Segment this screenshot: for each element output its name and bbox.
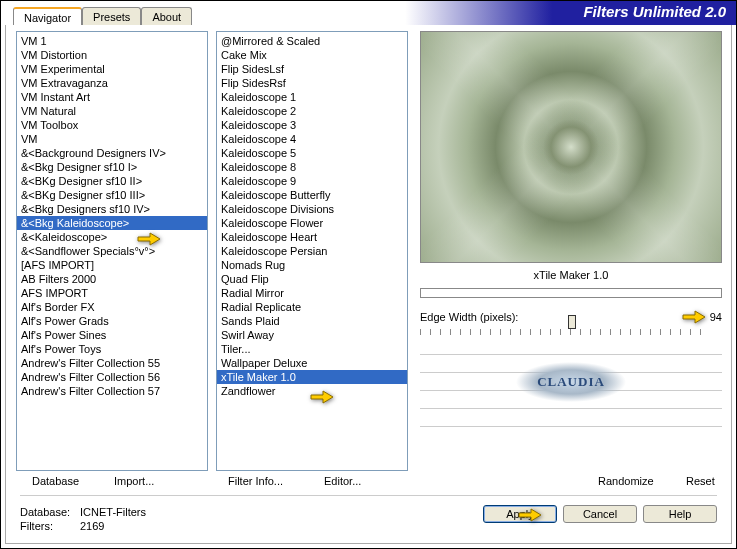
pointer-icon xyxy=(309,387,335,407)
slider-thumb[interactable] xyxy=(568,315,576,329)
list-item[interactable]: Flip SidesLsf xyxy=(217,62,407,76)
app-title: Filters Unlimited 2.0 xyxy=(583,3,726,20)
tab-presets[interactable]: Presets xyxy=(82,7,141,27)
randomize-button[interactable]: Randomize xyxy=(598,475,654,487)
reset-button[interactable]: Reset xyxy=(686,475,715,487)
list-item[interactable]: Cake Mix xyxy=(217,48,407,62)
list-item[interactable]: [AFS IMPORT] xyxy=(17,258,207,272)
category-list[interactable]: VM 1VM DistortionVM ExperimentalVM Extra… xyxy=(16,31,208,471)
list-item[interactable]: xTile Maker 1.0 xyxy=(217,370,407,384)
list-item[interactable]: VM Extravaganza xyxy=(17,76,207,90)
cancel-button[interactable]: Cancel xyxy=(563,505,637,523)
list-item[interactable]: AFS IMPORT xyxy=(17,286,207,300)
list-item[interactable]: Sands Plaid xyxy=(217,314,407,328)
help-button[interactable]: Help xyxy=(643,505,717,523)
slider-track[interactable] xyxy=(420,315,710,331)
list-item[interactable]: Kaleidoscope Butterfly xyxy=(217,188,407,202)
tab-navigator[interactable]: Navigator xyxy=(13,7,82,27)
list-item[interactable]: Wallpaper Deluxe xyxy=(217,356,407,370)
list-item[interactable]: Kaleidoscope 5 xyxy=(217,146,407,160)
list-item[interactable]: &<Bkg Designer sf10 I> xyxy=(17,160,207,174)
list-item[interactable]: VM xyxy=(17,132,207,146)
list-item[interactable]: &<Bkg Designers sf10 IV> xyxy=(17,202,207,216)
list-item[interactable]: Kaleidoscope Heart xyxy=(217,230,407,244)
list-item[interactable]: &<Kaleidoscope> xyxy=(17,230,207,244)
editor-button[interactable]: Editor... xyxy=(324,475,361,487)
list-item[interactable]: Kaleidoscope 2 xyxy=(217,104,407,118)
list-item[interactable]: &<Background Designers IV> xyxy=(17,146,207,160)
list-item[interactable]: Swirl Away xyxy=(217,328,407,342)
progress-bar xyxy=(420,288,722,298)
list-item[interactable]: Tiler... xyxy=(217,342,407,356)
list-item[interactable]: Alf's Power Grads xyxy=(17,314,207,328)
list-item[interactable]: @Mirrored & Scaled xyxy=(217,34,407,48)
body-area: VM 1VM DistortionVM ExperimentalVM Extra… xyxy=(5,25,732,544)
list-item[interactable]: Kaleidoscope Flower xyxy=(217,216,407,230)
list-item[interactable]: Kaleidoscope 4 xyxy=(217,132,407,146)
list-item[interactable]: &<Bkg Kaleidoscope> xyxy=(17,216,207,230)
filter-info-button[interactable]: Filter Info... xyxy=(228,475,283,487)
footer-db-label: Database: xyxy=(20,505,80,519)
list-item[interactable]: Kaleidoscope Persian xyxy=(217,244,407,258)
list-item[interactable]: VM Natural xyxy=(17,104,207,118)
list-item[interactable]: Kaleidoscope 3 xyxy=(217,118,407,132)
list-item[interactable]: Andrew's Filter Collection 57 xyxy=(17,384,207,398)
list-item[interactable]: AB Filters 2000 xyxy=(17,272,207,286)
list-item[interactable]: VM Experimental xyxy=(17,62,207,76)
pointer-icon xyxy=(136,229,162,249)
divider xyxy=(20,495,717,496)
list-item[interactable]: Kaleidoscope 1 xyxy=(217,90,407,104)
list-item[interactable]: &<BKg Designer sf10 II> xyxy=(17,174,207,188)
list-item[interactable]: Radial Replicate xyxy=(217,300,407,314)
database-button[interactable]: Database xyxy=(32,475,79,487)
list-item[interactable]: VM Distortion xyxy=(17,48,207,62)
list-item[interactable]: Alf's Power Sines xyxy=(17,328,207,342)
preview-label: xTile Maker 1.0 xyxy=(420,269,722,281)
list-item[interactable]: &<BKg Designer sf10 III> xyxy=(17,188,207,202)
list-item[interactable]: &<Sandflower Specials°v°> xyxy=(17,244,207,258)
list-item[interactable]: Flip SidesRsf xyxy=(217,76,407,90)
list-item[interactable]: Kaleidoscope Divisions xyxy=(217,202,407,216)
pointer-icon xyxy=(517,505,543,525)
list-item[interactable]: Alf's Power Toys xyxy=(17,342,207,356)
footer-db-value: ICNET-Filters xyxy=(80,506,146,518)
list-item[interactable]: Radial Mirror xyxy=(217,286,407,300)
watermark: CLAUDIA xyxy=(516,361,626,403)
list-item[interactable]: Alf's Border FX xyxy=(17,300,207,314)
pointer-icon xyxy=(681,307,707,327)
footer-filters-label: Filters: xyxy=(20,519,80,533)
tabs: Navigator Presets About xyxy=(13,7,192,27)
list-item[interactable]: Andrew's Filter Collection 56 xyxy=(17,370,207,384)
list-item[interactable]: Kaleidoscope 9 xyxy=(217,174,407,188)
list-item[interactable]: VM Instant Art xyxy=(17,90,207,104)
list-item[interactable]: Andrew's Filter Collection 55 xyxy=(17,356,207,370)
slider-ticks xyxy=(420,329,710,335)
import-button[interactable]: Import... xyxy=(114,475,154,487)
preview-image xyxy=(420,31,722,263)
list-item[interactable]: VM 1 xyxy=(17,34,207,48)
list-item[interactable]: VM Toolbox xyxy=(17,118,207,132)
footer-info: Database:ICNET-Filters Filters:2169 xyxy=(20,505,146,533)
list-item[interactable]: Quad Flip xyxy=(217,272,407,286)
tab-about[interactable]: About xyxy=(141,7,192,27)
footer-filters-value: 2169 xyxy=(80,520,104,532)
list-item[interactable]: Nomads Rug xyxy=(217,258,407,272)
slider-value: 94 xyxy=(710,311,722,323)
list-item[interactable]: Kaleidoscope 8 xyxy=(217,160,407,174)
